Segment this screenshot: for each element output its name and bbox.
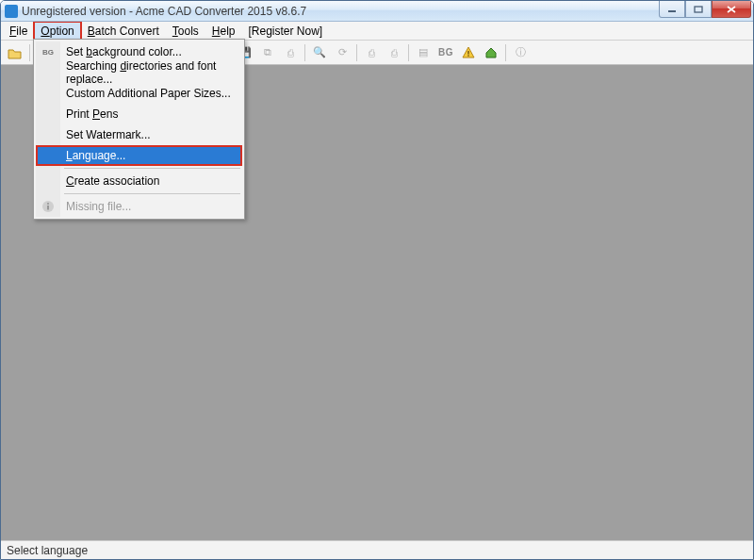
option-menu-dropdown: BG Set background color... Searching dir… (33, 39, 245, 220)
info-icon[interactable]: ⓘ (510, 42, 531, 63)
menu-language[interactable]: Language... (36, 145, 242, 166)
toolbar-separator (356, 44, 357, 61)
rotate-icon[interactable]: ⟳ (332, 42, 352, 63)
print-icon[interactable]: ⎙ (361, 42, 382, 63)
print-icon[interactable]: ⎙ (280, 42, 301, 63)
svg-rect-2 (467, 51, 468, 55)
minimize-button[interactable] (659, 1, 685, 18)
status-text: Select language (7, 544, 88, 557)
menu-custom-paper-sizes[interactable]: Custom Additional Paper Sizes... (36, 83, 242, 104)
window-title: Unregistered version - Acme CAD Converte… (22, 5, 306, 18)
zoom-icon[interactable]: 🔍 (309, 42, 330, 63)
titlebar: Unregistered version - Acme CAD Converte… (1, 1, 753, 22)
svg-rect-5 (47, 206, 49, 210)
menu-item-label: Create association (66, 174, 159, 188)
menu-register-now[interactable]: [Register Now] (242, 22, 330, 40)
menu-item-label: Set background color... (66, 45, 182, 58)
menu-help[interactable]: Help (205, 22, 242, 40)
info-icon (41, 199, 56, 214)
svg-rect-0 (668, 10, 676, 12)
open-icon[interactable] (5, 42, 25, 63)
menu-item-label: Missing file... (66, 200, 131, 213)
menu-batch-convert[interactable]: Batch Convert (81, 22, 166, 40)
maximize-button[interactable] (685, 1, 712, 18)
menu-set-watermark[interactable]: Set Watermark... (36, 124, 242, 145)
bg-icon: BG (41, 44, 56, 59)
menu-option[interactable]: Option (34, 22, 80, 40)
statusbar: Select language (1, 540, 753, 559)
toolbar-separator (505, 44, 506, 61)
menu-item-label: Print Pens (66, 107, 118, 121)
menu-separator (64, 168, 240, 169)
svg-rect-1 (695, 7, 702, 12)
toolbar-separator (408, 44, 409, 61)
warning-icon[interactable] (458, 42, 479, 63)
menu-file[interactable]: File (3, 22, 34, 40)
print-icon[interactable]: ⎙ (384, 42, 404, 63)
menu-item-label: Set Watermark... (66, 128, 151, 141)
menu-tools[interactable]: Tools (166, 22, 205, 40)
home-icon[interactable] (481, 42, 501, 63)
toolbar-separator (304, 44, 305, 61)
menu-search-directories[interactable]: Searching directories and font replace..… (36, 62, 242, 83)
svg-rect-6 (47, 203, 49, 205)
window-controls (659, 1, 751, 18)
toolbar-separator (29, 44, 30, 61)
copy-icon[interactable]: ⧉ (257, 42, 278, 63)
svg-rect-3 (467, 55, 468, 56)
close-button[interactable] (712, 1, 751, 18)
app-icon (5, 5, 18, 18)
menu-item-label: Custom Additional Paper Sizes... (66, 87, 231, 100)
bg-label-icon[interactable]: BG (435, 42, 456, 63)
menu-print-pens[interactable]: Print Pens (36, 104, 242, 124)
menu-item-label: Searching directories and font replace..… (66, 59, 237, 86)
layout-icon[interactable]: ▤ (413, 42, 434, 63)
menu-separator (64, 193, 240, 194)
menu-create-association[interactable]: Create association (36, 171, 242, 191)
menu-missing-file: Missing file... (36, 196, 242, 217)
menu-item-label: Language... (66, 149, 125, 162)
menubar: File Option Batch Convert Tools Help [Re… (1, 22, 753, 41)
